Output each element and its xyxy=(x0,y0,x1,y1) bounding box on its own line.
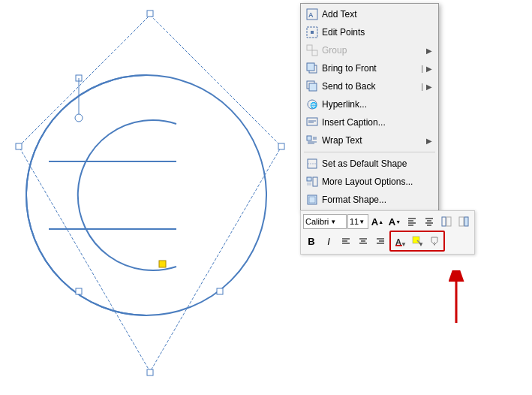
edit-points-icon xyxy=(305,26,319,39)
menu-item-bring-front[interactable]: Bring to Front | ▶ xyxy=(301,59,438,77)
insert-caption-label: Insert Caption... xyxy=(322,117,432,128)
bring-front-icon xyxy=(305,62,319,75)
canvas-area xyxy=(0,0,532,395)
send-back-arrow: ▶ xyxy=(426,83,432,91)
svg-rect-17 xyxy=(311,31,314,34)
caption-icon xyxy=(305,116,319,129)
font-grow-btn[interactable]: A▲ xyxy=(369,213,386,230)
svg-marker-0 xyxy=(19,15,281,372)
font-name-dropdown[interactable]: ▼ xyxy=(330,219,336,225)
hyperlink-icon: 🌐 xyxy=(305,98,319,111)
font-size-box[interactable]: 11 ▼ xyxy=(347,214,368,229)
align-center-btn[interactable] xyxy=(421,213,437,230)
highlight-color-btn[interactable]: ▼ xyxy=(409,233,425,249)
highlight-group: A ▼ ▼ xyxy=(389,231,445,252)
menu-item-format-shape[interactable]: Format Shape... xyxy=(301,191,438,209)
wrap-icon xyxy=(305,134,319,147)
layout-icon xyxy=(305,175,319,188)
menu-separator xyxy=(304,152,435,152)
menu-item-group[interactable]: Group ▶ xyxy=(301,41,438,59)
svg-rect-53 xyxy=(464,217,468,226)
menu-item-insert-caption[interactable]: Insert Caption... xyxy=(301,113,438,131)
toolbar-format-row: B I A ▼ ▼ xyxy=(303,231,472,252)
svg-rect-10 xyxy=(217,288,223,294)
svg-rect-26 xyxy=(307,118,317,125)
format-shape-label: Format Shape... xyxy=(322,194,432,205)
bold-btn[interactable]: B xyxy=(303,233,320,249)
svg-rect-29 xyxy=(307,136,311,140)
menu-item-edit-points[interactable]: Edit Points xyxy=(301,23,438,41)
svg-rect-52 xyxy=(459,217,464,226)
svg-rect-51 xyxy=(446,217,451,226)
svg-text:A: A xyxy=(308,11,314,19)
col-right-btn[interactable] xyxy=(455,213,472,230)
toolbar-font-row: Calibri ▼ 11 ▼ A▲ A▼ xyxy=(303,213,472,230)
menu-item-wrap-text[interactable]: Wrap Text ▶ xyxy=(301,131,438,149)
wrap-text-arrow: ▶ xyxy=(426,137,432,145)
bring-front-label: Bring to Front xyxy=(322,63,421,74)
svg-rect-18 xyxy=(307,45,312,50)
more-layout-label: More Layout Options... xyxy=(322,176,432,187)
context-menu: A Add Text Edit Points Group ▶ xyxy=(300,3,439,211)
svg-rect-6 xyxy=(147,369,153,375)
svg-rect-50 xyxy=(442,217,446,226)
font-size-value: 11 xyxy=(350,217,359,226)
arrow-indicator xyxy=(441,270,471,333)
text-icon: A xyxy=(305,8,319,21)
svg-rect-23 xyxy=(309,83,317,91)
font-shrink-btn[interactable]: A▼ xyxy=(386,213,403,230)
menu-item-set-default[interactable]: Set as Default Shape xyxy=(301,155,438,173)
send-back-label: Send to Back xyxy=(322,81,421,92)
col-left-btn[interactable] xyxy=(438,213,455,230)
svg-rect-36 xyxy=(307,177,311,181)
group-label: Group xyxy=(322,45,426,56)
svg-rect-19 xyxy=(312,50,317,56)
svg-rect-7 xyxy=(16,143,22,149)
svg-rect-13 xyxy=(159,261,166,267)
font-color-btn[interactable]: A ▼ xyxy=(392,233,408,249)
italic-btn[interactable]: I xyxy=(320,233,337,249)
font-name-box[interactable]: Calibri ▼ xyxy=(303,214,347,229)
text-align-left-btn[interactable] xyxy=(338,233,354,249)
menu-item-more-layout[interactable]: More Layout Options... xyxy=(301,173,438,191)
svg-point-11 xyxy=(75,114,83,122)
svg-rect-5 xyxy=(278,143,284,149)
svg-rect-21 xyxy=(307,63,314,71)
font-size-dropdown[interactable]: ▼ xyxy=(359,219,365,225)
menu-item-add-text[interactable]: A Add Text xyxy=(301,5,438,23)
svg-rect-37 xyxy=(313,177,317,186)
menu-item-hyperlink[interactable]: 🌐 Hyperlink... xyxy=(301,95,438,113)
group-arrow: ▶ xyxy=(426,47,432,55)
mini-toolbar: Calibri ▼ 11 ▼ A▲ A▼ xyxy=(300,210,475,255)
send-back-icon xyxy=(305,80,319,93)
edit-points-label: Edit Points xyxy=(322,27,432,38)
text-align-right-btn[interactable] xyxy=(372,233,389,249)
set-default-label: Set as Default Shape xyxy=(322,158,432,169)
font-name-value: Calibri xyxy=(305,217,329,226)
bring-front-arrow: ▶ xyxy=(426,65,432,73)
svg-text:🌐: 🌐 xyxy=(310,101,317,109)
hyperlink-label: Hyperlink... xyxy=(322,99,432,110)
bring-front-shortcut: | xyxy=(421,64,423,73)
align-left-btn[interactable] xyxy=(404,213,420,230)
format-shape-icon xyxy=(305,193,319,207)
svg-point-1 xyxy=(26,75,266,315)
group-icon xyxy=(305,44,319,57)
add-text-label: Add Text xyxy=(322,9,432,20)
default-shape-icon xyxy=(305,157,319,170)
clear-format-btn[interactable] xyxy=(426,233,443,249)
menu-item-send-back[interactable]: Send to Back | ▶ xyxy=(301,77,438,95)
text-align-center-btn[interactable] xyxy=(355,233,371,249)
send-back-shortcut: | xyxy=(421,82,423,91)
svg-rect-4 xyxy=(147,11,153,17)
svg-rect-9 xyxy=(76,288,82,294)
wrap-text-label: Wrap Text xyxy=(322,135,426,146)
